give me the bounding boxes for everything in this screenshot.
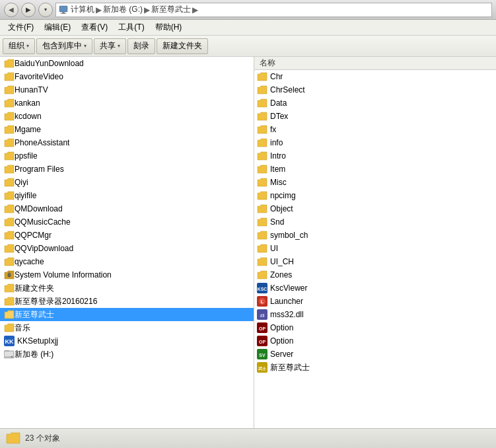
folder-icon xyxy=(4,204,15,213)
share-button[interactable]: 共享 ▾ xyxy=(94,38,126,54)
list-item[interactable]: QQPCMgr xyxy=(0,229,254,242)
folder-icon xyxy=(257,151,267,161)
list-item[interactable]: DTex xyxy=(254,110,496,123)
folder-icon xyxy=(4,151,15,161)
list-item[interactable]: dll mss32.dll xyxy=(254,308,496,321)
list-item-selected[interactable]: 新至尊武士 xyxy=(0,308,254,321)
menu-file[interactable]: 文件(F) xyxy=(3,20,39,34)
list-item[interactable]: SV Server xyxy=(254,348,496,361)
svg-rect-0 xyxy=(59,6,67,12)
folder-icon xyxy=(4,297,15,306)
folder-icon xyxy=(4,85,15,94)
organize-button[interactable]: 组织 ▾ xyxy=(3,38,35,54)
list-item[interactable]: Qiyi xyxy=(0,176,254,189)
svg-rect-2 xyxy=(61,13,66,14)
folder-icon xyxy=(4,72,15,81)
list-item[interactable]: HunanTV xyxy=(0,83,254,96)
list-item[interactable]: symbol_ch xyxy=(254,229,496,242)
list-item[interactable]: ChrSelect xyxy=(254,83,496,96)
list-item[interactable]: PhoneAssistant xyxy=(0,136,254,149)
list-item[interactable]: 武士 新至尊武士 xyxy=(254,361,496,374)
server-icon: SV xyxy=(257,349,267,359)
folder-icon xyxy=(257,98,267,108)
list-item[interactable]: 新至尊登录器20160216 xyxy=(0,295,254,308)
list-item[interactable]: qiyifile xyxy=(0,189,254,202)
svg-rect-8 xyxy=(5,352,13,356)
title-bar: ◀ ▶ ▾ 计算机 ▶ 新加卷 (G:) ▶ 新至尊武士 ▶ xyxy=(0,0,496,20)
burn-button[interactable]: 刻录 xyxy=(127,38,155,54)
include-library-button[interactable]: 包含到库中 ▾ xyxy=(36,38,92,54)
addr-part3: 新至尊武士 xyxy=(151,4,191,15)
list-item[interactable]: System Volume Information xyxy=(0,268,254,281)
status-text: 23 个对象 xyxy=(25,433,60,444)
list-item[interactable]: Snd xyxy=(254,215,496,229)
folder-icon xyxy=(257,256,267,267)
folder-icon xyxy=(4,257,15,266)
back-button[interactable]: ◀ xyxy=(4,3,18,17)
list-item[interactable]: KK KKSetupIxjj xyxy=(0,334,254,348)
list-item[interactable]: Mgame xyxy=(0,123,254,136)
list-item[interactable]: Program Files xyxy=(0,163,254,176)
dropdown-button[interactable]: ▾ xyxy=(38,3,53,17)
list-item[interactable]: Zones xyxy=(254,268,496,281)
list-item-drive[interactable]: 新加卷 (H:) xyxy=(0,348,254,361)
folder-icon xyxy=(257,164,267,174)
folder-icon xyxy=(4,59,15,68)
left-panel[interactable]: BaiduYunDownload FavoriteVideo HunanTV k… xyxy=(0,57,254,428)
list-item[interactable]: Intro xyxy=(254,149,496,163)
folder-icon xyxy=(4,231,15,240)
folder-icon xyxy=(4,178,15,187)
menu-tools[interactable]: 工具(T) xyxy=(113,20,149,34)
list-item[interactable]: OP Option xyxy=(254,334,496,348)
share-arrow: ▾ xyxy=(118,43,120,49)
list-item[interactable]: kcdown xyxy=(0,110,254,123)
right-panel[interactable]: 名称 Chr ChrSelect Data DTex fx xyxy=(254,57,496,428)
folder-icon xyxy=(257,111,267,122)
svg-text:L: L xyxy=(261,299,264,304)
svg-text:KSC: KSC xyxy=(258,287,267,291)
list-item[interactable]: info xyxy=(254,136,496,149)
list-item[interactable]: ppsfile xyxy=(0,149,254,163)
list-item[interactable]: 新建文件夹 xyxy=(0,281,254,295)
list-item[interactable]: Misc xyxy=(254,176,496,189)
list-item[interactable]: FavoriteVideo xyxy=(0,70,254,83)
list-item[interactable]: npcimg xyxy=(254,189,496,202)
menu-help[interactable]: 帮助(H) xyxy=(150,20,188,34)
new-folder-button[interactable]: 新建文件夹 xyxy=(157,38,208,54)
menu-view[interactable]: 查看(V) xyxy=(76,20,113,34)
launcher-icon: L xyxy=(257,296,267,307)
forward-button[interactable]: ▶ xyxy=(21,3,36,17)
list-item[interactable]: qycache xyxy=(0,255,254,268)
list-item[interactable]: BaiduYunDownload xyxy=(0,57,254,70)
list-item[interactable]: QQVipDownload xyxy=(0,242,254,255)
address-bar[interactable]: 计算机 ▶ 新加卷 (G:) ▶ 新至尊武士 ▶ xyxy=(55,3,492,17)
menu-edit[interactable]: 编辑(E) xyxy=(39,20,76,34)
addr-part2: 新加卷 (G:) xyxy=(103,4,143,15)
list-item[interactable]: kankan xyxy=(0,96,254,110)
list-item[interactable]: L Launcher xyxy=(254,295,496,308)
svg-rect-10 xyxy=(5,350,9,352)
list-item[interactable]: UI_CH xyxy=(254,255,496,268)
list-item[interactable]: 音乐 xyxy=(0,321,254,334)
list-item[interactable]: Chr xyxy=(254,70,496,83)
folder-icon xyxy=(257,270,267,280)
list-item[interactable]: OP Option xyxy=(254,321,496,334)
right-file-list: Chr ChrSelect Data DTex fx info xyxy=(254,70,496,374)
library-arrow: ▾ xyxy=(84,43,87,49)
status-bar: 23 个对象 xyxy=(0,428,496,448)
list-item[interactable]: UI xyxy=(254,242,496,255)
list-item[interactable]: fx xyxy=(254,123,496,136)
list-item[interactable]: Object xyxy=(254,202,496,215)
list-item[interactable]: QQMusicCache xyxy=(0,215,254,229)
svg-text:SV: SV xyxy=(259,353,266,357)
folder-icon xyxy=(257,230,267,241)
name-column-header: 名称 xyxy=(257,57,278,69)
list-item[interactable]: KSC KscViewer xyxy=(254,281,496,295)
folder-icon xyxy=(257,177,267,188)
list-item[interactable]: QMDownload xyxy=(0,202,254,215)
svg-text:武士: 武士 xyxy=(258,366,267,371)
folder-icon xyxy=(257,217,267,227)
list-item[interactable]: Data xyxy=(254,96,496,110)
list-item[interactable]: Item xyxy=(254,163,496,176)
computer-icon xyxy=(59,5,68,15)
